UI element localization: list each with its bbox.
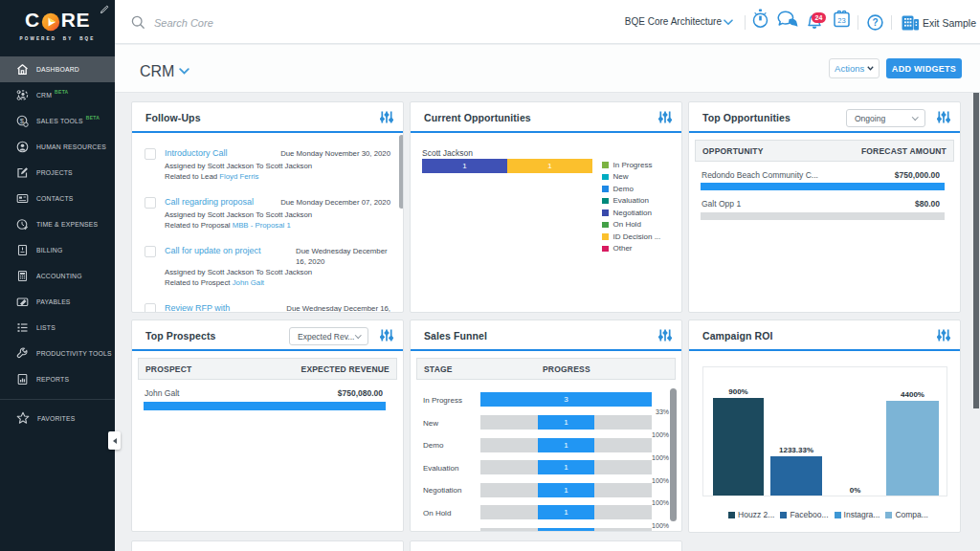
svg-text:?: ? bbox=[872, 17, 878, 28]
svg-text:23: 23 bbox=[837, 16, 845, 25]
